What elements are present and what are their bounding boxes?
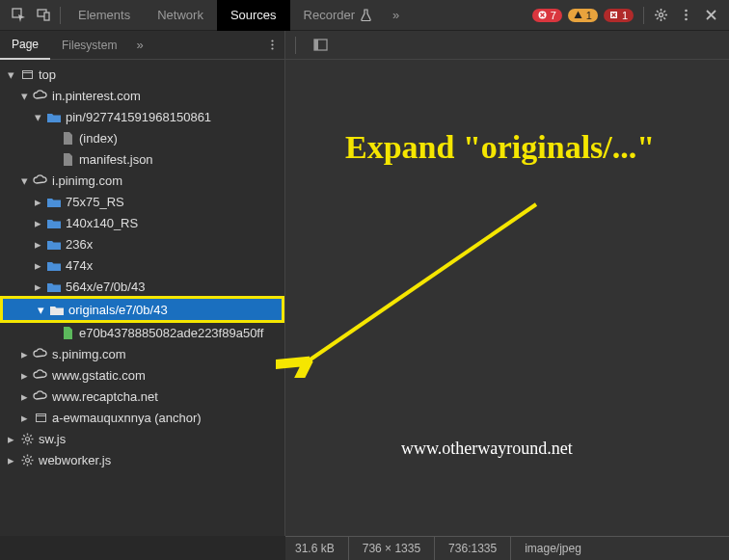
more-icon[interactable] (673, 3, 698, 28)
folder-icon (49, 302, 65, 317)
svg-point-29 (25, 458, 29, 462)
svg-line-36 (30, 456, 31, 457)
tree-node-folder[interactable]: ▸ 140x140_RS (0, 212, 284, 233)
cloud-icon (33, 88, 48, 103)
folder-icon (46, 109, 62, 124)
svg-point-14 (685, 10, 688, 13)
svg-line-27 (30, 435, 31, 436)
tabs-overflow-icon[interactable]: » (385, 8, 407, 22)
svg-line-34 (23, 456, 24, 457)
folder-icon (46, 257, 62, 273)
status-mime: image/jpeg (510, 537, 595, 560)
status-dimensions: 736 × 1335 (348, 537, 434, 560)
file-icon (60, 151, 75, 167)
settings-icon[interactable] (648, 3, 673, 28)
tree-node-folder[interactable]: ▸ 474x (0, 254, 284, 276)
annotation-arrow (276, 175, 555, 378)
issues-badge[interactable]: 1 (604, 9, 634, 22)
svg-point-5 (659, 13, 662, 17)
tab-elements[interactable]: Elements (65, 0, 144, 31)
svg-point-20 (25, 437, 29, 440)
cloud-icon (33, 346, 48, 361)
svg-line-26 (30, 441, 31, 442)
tree-node-top[interactable]: ▾ top (0, 64, 284, 85)
tab-network[interactable]: Network (144, 0, 217, 31)
svg-point-18 (271, 43, 273, 45)
subtab-page[interactable]: Page (0, 31, 50, 60)
svg-line-40 (305, 204, 536, 363)
tree-node-worker[interactable]: ▸ webworker.js (0, 449, 284, 470)
tree-node-domain[interactable]: ▸ www.gstatic.com (0, 364, 284, 386)
status-bar: 31.6 kB 736 × 1335 736:1335 image/jpeg (285, 536, 729, 560)
tree-node-file[interactable]: manifest.json (0, 148, 284, 170)
svg-line-25 (23, 435, 24, 436)
tree-node-originals[interactable]: ▾ originals/e7/0b/43 (3, 299, 282, 320)
devtools-tabs: Elements Network Sources Recorder » (65, 0, 407, 31)
svg-rect-39 (314, 40, 318, 50)
highlight-originals: ▾ originals/e7/0b/43 (0, 296, 284, 323)
cloud-icon (33, 173, 48, 188)
tree-node-domain[interactable]: ▸ s.pinimg.com (0, 343, 284, 364)
show-navigator-icon[interactable] (308, 33, 333, 58)
subtabs-more-icon[interactable] (259, 33, 284, 58)
svg-line-12 (663, 11, 665, 13)
status-ratio: 736:1335 (434, 537, 510, 560)
tree-node-file[interactable]: e70b4378885082ade223f89a50ff (0, 322, 284, 343)
tree-node-folder[interactable]: ▸ 564x/e7/0b/43 (0, 276, 284, 297)
file-icon (60, 130, 75, 146)
svg-line-28 (23, 441, 24, 442)
tree-node-domain[interactable]: ▾ in.pinterest.com (0, 85, 284, 106)
gear-icon (19, 452, 35, 467)
svg-point-16 (685, 18, 688, 21)
svg-line-35 (30, 463, 31, 464)
inspect-icon[interactable] (6, 3, 31, 28)
tab-sources[interactable]: Sources (217, 0, 290, 31)
tree-node-folder[interactable]: ▸ 236x (0, 233, 284, 254)
folder-icon (46, 236, 62, 252)
tree-node-worker[interactable]: ▸ sw.js (0, 428, 284, 449)
subtab-filesystem[interactable]: Filesystem (50, 31, 128, 60)
flask-icon (361, 9, 371, 21)
tree-node-domain[interactable]: ▾ i.pinimg.com (0, 170, 284, 191)
folder-icon (46, 279, 62, 294)
folder-icon (46, 215, 62, 230)
watermark: www.otherwayround.net (401, 439, 573, 459)
svg-line-11 (663, 17, 665, 19)
cloud-icon (33, 388, 48, 404)
error-badge[interactable]: 7 (532, 9, 562, 22)
svg-rect-2 (44, 13, 49, 20)
svg-line-13 (657, 17, 659, 19)
cloud-icon (33, 367, 48, 383)
device-toggle-icon[interactable] (31, 3, 56, 28)
annotation-text: Expand "originals/..." (345, 129, 655, 166)
folder-icon (46, 194, 62, 209)
warning-badge[interactable]: 1 (568, 9, 598, 22)
svg-point-17 (271, 40, 273, 41)
tree-node-domain[interactable]: ▸ www.recaptcha.net (0, 386, 284, 407)
subtabs-overflow-icon[interactable]: » (128, 38, 150, 52)
svg-line-37 (23, 463, 24, 464)
status-size: 31.6 kB (295, 537, 348, 560)
gear-icon (19, 431, 35, 446)
svg-point-19 (271, 47, 273, 49)
svg-point-15 (685, 13, 688, 16)
tab-recorder[interactable]: Recorder (290, 0, 385, 31)
svg-line-10 (657, 11, 659, 13)
tree-node-anchor[interactable]: ▸ a-ewmauquxnnya (anchor) (0, 407, 284, 428)
close-icon[interactable] (698, 3, 723, 28)
file-tree: ▾ top ▾ in.pinterest.com ▾ pin/927741591… (0, 60, 284, 536)
tree-node-file[interactable]: (index) (0, 127, 284, 148)
tree-node-folder[interactable]: ▸ 75x75_RS (0, 191, 284, 212)
image-file-icon (60, 325, 75, 340)
tree-node-folder[interactable]: ▾ pin/927741591968150861 (0, 106, 284, 127)
